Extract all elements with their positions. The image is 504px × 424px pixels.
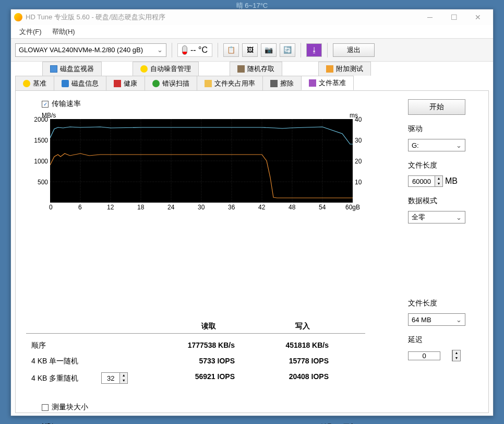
start-button[interactable]: 开始 xyxy=(408,99,465,115)
block-checkbox[interactable] xyxy=(42,404,49,411)
spin-down-icon[interactable]: ▼ xyxy=(453,356,460,361)
tab-label: 基准 xyxy=(33,79,46,88)
delay-input[interactable] xyxy=(409,352,440,360)
file-length-2-value: 64 MB xyxy=(412,316,431,324)
row-label: 4 KB 多重随机 ▲▼ xyxy=(26,372,162,384)
screenshot-button[interactable]: 🖼 xyxy=(242,43,258,57)
tab-error-scan[interactable]: 错误扫描 xyxy=(145,76,197,90)
copy-info-button[interactable]: 📋 xyxy=(223,43,239,57)
drive-select-text: GLOWAY VAL240NVMe-M.2/80 (240 gB) xyxy=(19,46,143,54)
transfer-rate-checkbox-row: ✓ 传输速率 xyxy=(42,99,365,109)
save-button[interactable]: ⭳ xyxy=(306,43,322,57)
x-tick: 0 xyxy=(49,204,53,211)
tab-label: 文件基准 xyxy=(319,78,346,88)
speaker-icon xyxy=(140,65,148,73)
r-tick: 30 xyxy=(355,137,362,144)
filelen2-label: 文件长度 xyxy=(408,299,476,308)
temperature-display: -- °C xyxy=(177,43,212,57)
right-controls-1: 开始 驱动 G: ⌄ 文件长度 ▲▼ MB 数据模式 全零 ⌄ xyxy=(408,99,476,223)
menubar: 文件(F) 帮助(H) xyxy=(11,25,493,39)
x-tick: 60 xyxy=(345,204,352,211)
y-tick: 1000 xyxy=(29,158,48,165)
pattern-value: 全零 xyxy=(412,213,425,222)
tab-erase[interactable]: 擦除 xyxy=(262,76,302,90)
row-read: 1777538 KB/s xyxy=(162,341,256,350)
app-icon xyxy=(14,13,22,21)
chart-plot-area xyxy=(50,119,353,203)
tab-row-1: 磁盘监视器 自动噪音管理 随机存取 附加测试 xyxy=(15,62,489,76)
drive-letter-select[interactable]: G: ⌄ xyxy=(408,139,465,151)
tab-label: 随机存取 xyxy=(247,64,274,74)
drive-select[interactable]: GLOWAY VAL240NVMe-M.2/80 (240 gB) ⌄ xyxy=(15,43,166,57)
x-tick: 6 xyxy=(78,204,82,211)
y-tick: 1500 xyxy=(29,137,48,144)
y-tick: 2000 xyxy=(29,116,48,123)
file-length-field: ▲▼ MB xyxy=(408,175,476,187)
chevron-down-icon: ⌄ xyxy=(157,46,163,54)
file-length-spinner[interactable]: ▲▼ xyxy=(408,175,443,187)
thermometer-icon xyxy=(182,45,187,55)
tab-noise[interactable]: 自动噪音管理 xyxy=(133,62,199,76)
x-tick: 48 xyxy=(289,204,295,211)
pattern-select[interactable]: 全零 ⌄ xyxy=(408,211,465,223)
spin-up-icon[interactable]: ▲ xyxy=(453,350,460,356)
delay-field: ▲▼ xyxy=(408,350,476,361)
tab-file-benchmark[interactable]: 文件基准 xyxy=(301,76,354,90)
spin-down-icon[interactable]: ▼ xyxy=(120,378,127,383)
exit-button[interactable]: 退出 xyxy=(333,43,375,57)
pattern-label: 数据模式 xyxy=(408,196,476,206)
file-length-input[interactable] xyxy=(409,176,435,186)
chevron-down-icon: ⌄ xyxy=(456,142,462,149)
tab-content: ✓ 传输速率 MB/s ms 2000 1500 1000 500 40 xyxy=(15,90,489,413)
camera-button[interactable]: 📷 xyxy=(261,43,277,57)
x-tick: 30 xyxy=(198,204,205,211)
tab-extra[interactable]: 附加测试 xyxy=(318,62,371,76)
file-length-2-select[interactable]: 64 MB ⌄ xyxy=(408,313,465,326)
spin-down-icon[interactable]: ▼ xyxy=(435,181,442,186)
divider xyxy=(301,43,301,57)
drive-field-label: 驱动 xyxy=(408,124,476,134)
info-icon xyxy=(62,80,69,87)
delay-step-spinner[interactable]: ▲▼ xyxy=(452,350,461,361)
close-button[interactable]: ✕ xyxy=(466,9,490,25)
row-write: 20408 IOPS xyxy=(256,372,350,384)
table-row: 4 KB 单一随机 5733 IOPS 15778 IOPS xyxy=(26,354,365,369)
tab-label: 错误扫描 xyxy=(162,79,189,88)
menu-help[interactable]: 帮助(H) xyxy=(47,26,80,38)
cross-icon xyxy=(114,80,121,87)
tab-label: 自动噪音管理 xyxy=(150,64,191,74)
trash-icon xyxy=(270,80,278,87)
tab-random[interactable]: 随机存取 xyxy=(230,62,282,76)
toolbar: GLOWAY VAL240NVMe-M.2/80 (240 gB) ⌄ -- °… xyxy=(11,39,493,62)
x-tick: 36 xyxy=(228,204,235,211)
spin-up-icon[interactable]: ▲ xyxy=(435,176,442,181)
bulb-icon xyxy=(23,80,30,87)
spin-up-icon[interactable]: ▲ xyxy=(120,373,127,378)
drive-letter-value: G: xyxy=(412,142,419,149)
row-write: 15778 IOPS xyxy=(256,357,350,366)
table-row: 4 KB 多重随机 ▲▼ 56921 IOPS 20408 IOPS xyxy=(26,369,365,387)
tab-info[interactable]: 磁盘信息 xyxy=(54,76,106,90)
maximize-button[interactable]: ☐ xyxy=(442,9,466,25)
chevron-down-icon: ⌄ xyxy=(456,214,462,221)
divider xyxy=(218,43,218,57)
x-tick: 12 xyxy=(107,204,114,211)
queue-depth-input[interactable] xyxy=(102,373,119,383)
row-read: 56921 IOPS xyxy=(162,372,256,384)
file-length-unit: MB xyxy=(445,176,458,186)
file-icon xyxy=(309,79,316,87)
results-table: 读取 写入 顺序 1777538 KB/s 451818 KB/s 4 KB 单… xyxy=(26,322,365,387)
tab-health[interactable]: 健康 xyxy=(106,76,145,90)
magnify-icon xyxy=(152,80,160,87)
tab-disk-monitor[interactable]: 磁盘监视器 xyxy=(42,62,102,76)
queue-depth-spinner[interactable]: ▲▼ xyxy=(101,372,128,384)
tab-folder-usage[interactable]: 文件夹占用率 xyxy=(197,76,263,90)
menu-file[interactable]: 文件(F) xyxy=(14,26,47,38)
delay-spinner[interactable] xyxy=(408,351,440,360)
transfer-checkbox[interactable]: ✓ xyxy=(42,101,49,108)
x-tick: 18 xyxy=(137,204,144,211)
minimize-button[interactable]: ─ xyxy=(418,9,442,25)
tab-label: 磁盘信息 xyxy=(71,79,99,88)
refresh-button[interactable]: 🔄 xyxy=(280,43,295,57)
tab-benchmark[interactable]: 基准 xyxy=(15,76,54,90)
